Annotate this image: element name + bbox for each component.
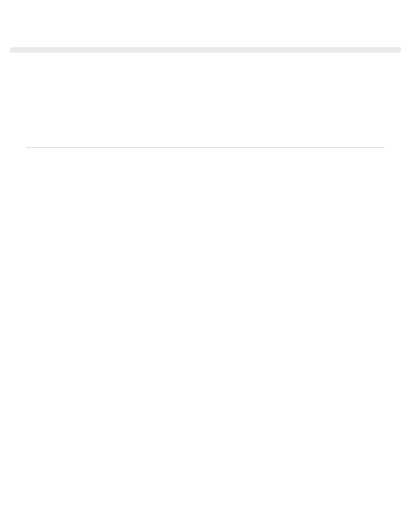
header-rule	[10, 47, 401, 53]
document-page: Effect Controls × Sequence 01 * 58A_01 C…	[0, 0, 411, 273]
section-whitespace-1	[0, 53, 411, 147]
section-whitespace-2	[0, 148, 411, 255]
top-whitespace	[0, 0, 411, 47]
